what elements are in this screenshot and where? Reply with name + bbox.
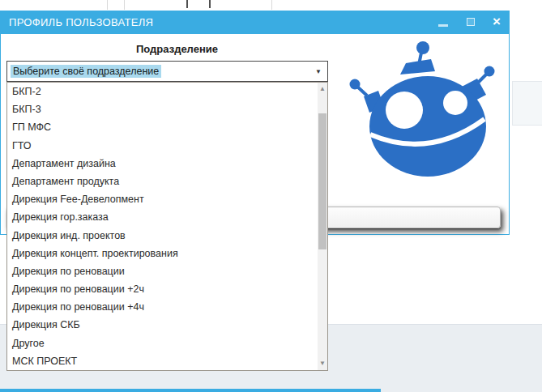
dialog-titlebar[interactable]: ПРОФИЛЬ ПОЛЬЗОВАТЕЛЯ × [1,11,509,34]
dropdown-item[interactable]: БКП-2 [7,83,327,100]
department-dropdown-list: БКП-2БКП-3ГП МФСГТОДепартамент дизайнаДе… [6,82,328,371]
robot-head [369,76,486,177]
minimize-icon [438,24,448,27]
maximize-button[interactable] [461,11,480,34]
dropdown-item[interactable]: МСК ПРОЕКТ [7,352,327,370]
dropdown-item[interactable]: Дирекция по реновации +4ч [7,298,327,316]
background-panel [512,81,542,126]
scrollbar-thumb[interactable] [318,113,326,249]
background-cursor-mark [186,0,188,8]
scroll-down-icon[interactable]: ▼ [318,360,327,367]
department-label: Подразделение [16,43,338,55]
maximize-icon [467,18,475,26]
dropdown-item[interactable]: БКП-3 [7,100,327,118]
dropdown-item[interactable]: Дирекция по реновации +2ч [7,280,327,298]
background-accent-strip [0,389,381,392]
department-combobox[interactable]: Выберите своё подразделение ▼ [6,61,328,82]
chevron-down-icon[interactable]: ▼ [315,68,322,75]
dropdown-item[interactable]: ГП МФС [7,118,327,136]
dropdown-item[interactable]: Другое [7,334,327,352]
dropdown-item[interactable]: ГТО [7,137,327,155]
close-button[interactable]: × [485,11,508,34]
dropdown-item[interactable]: Дирекция инд. проектов [7,227,327,245]
background-grid-line [107,0,108,10]
dropdown-item[interactable]: Дирекция концепт. проектирования [7,245,327,262]
scroll-up-icon[interactable]: ▲ [318,86,327,92]
robot-top-antenna-cap [400,59,435,75]
minimize-button[interactable] [433,11,453,34]
robot-logo-svg [340,40,506,194]
combobox-value: Выберите своё подразделение [11,65,161,78]
dropdown-items: БКП-2БКП-3ГП МФСГТОДепартамент дизайнаДе… [7,83,327,370]
background-grid-line [124,0,125,10]
dropdown-item[interactable]: Дирекция по реновации [7,262,327,280]
robot-right-eye [443,91,467,115]
robot-logo [340,40,506,194]
background-grid-line [271,0,272,10]
robot-left-antenna-stem [356,86,367,96]
robot-left-eye [386,92,423,129]
dropdown-item[interactable]: Департамент продукта [7,173,327,190]
dropdown-item[interactable]: Дирекция гор.заказа [7,208,327,226]
dropdown-scrollbar[interactable]: ▲ ▼ [318,83,327,370]
dropdown-item[interactable]: Дирекция СКБ [7,316,327,334]
dialog-title: ПРОФИЛЬ ПОЛЬЗОВАТЕЛЯ [9,16,153,28]
background-cursor-mark [209,0,211,8]
dropdown-item[interactable]: Дирекция Fee-Девелопмент [7,190,327,208]
dropdown-item[interactable]: Департамент дизайна [7,155,327,173]
screen: ПРОФИЛЬ ПОЛЬЗОВАТЕЛЯ × Подразделение [0,0,542,392]
